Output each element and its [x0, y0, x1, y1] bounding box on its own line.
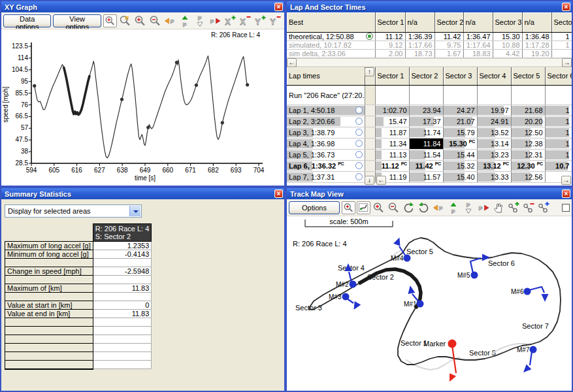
- best-time-cell[interactable]: 2.00: [375, 49, 405, 57]
- scrollbar-track[interactable]: [297, 58, 562, 67]
- best-time-cell[interactable]: 18.73: [405, 49, 434, 57]
- lap-radio[interactable]: [355, 173, 363, 180]
- sector-time-cell[interactable]: 11.54: [409, 150, 443, 161]
- zoom-in-icon[interactable]: [133, 14, 147, 27]
- sector-time-cell[interactable]: 13.33: [477, 172, 511, 183]
- summary-titlebar[interactable]: Summary Statistics ×: [1, 188, 284, 199]
- marker-dot[interactable]: [417, 301, 424, 308]
- lap-radio[interactable]: [355, 151, 363, 158]
- track-map-area[interactable]: scale: 500mR: 206 Race L: 4Sector 5Secto…: [287, 216, 572, 391]
- best-time-cell[interactable]: 15.30: [493, 32, 522, 41]
- lap-row-label[interactable]: Lap 2, 3:20.66: [287, 116, 365, 127]
- lap-radio[interactable]: [355, 129, 363, 136]
- scroll-down-icon[interactable]: ↓: [365, 176, 374, 185]
- zoom-window-icon[interactable]: [103, 14, 117, 27]
- best-time-cell[interactable]: 1.67: [434, 49, 463, 57]
- scroll-left-icon[interactable]: ←: [287, 58, 297, 67]
- sector-time-cell[interactable]: 19.97: [477, 105, 511, 116]
- marker-dot[interactable]: [404, 255, 411, 262]
- sector-time-cell[interactable]: 20.20: [511, 116, 545, 127]
- best-time-cell[interactable]: 10.88: [493, 41, 522, 49]
- sector-time-cell[interactable]: 1: [545, 139, 572, 150]
- marker-dot[interactable]: [524, 288, 531, 295]
- sector-time-cell[interactable]: 21.07: [443, 116, 477, 127]
- sector-time-cell[interactable]: 21.68: [511, 105, 545, 116]
- close-icon[interactable]: ×: [562, 189, 570, 198]
- fit-track-icon[interactable]: [357, 201, 370, 214]
- scroll-right-icon[interactable]: →: [562, 58, 572, 67]
- lap-radio[interactable]: [355, 118, 363, 125]
- lap-row-label[interactable]: Lap 5, 1:36.73: [287, 150, 365, 161]
- node-insert-icon[interactable]: [537, 201, 551, 214]
- best-table-hscrollbar[interactable]: ← →: [287, 58, 572, 67]
- best-row-label[interactable]: simulated, 10:17.82: [287, 41, 375, 49]
- sector-time-cell[interactable]: 13.23: [477, 150, 511, 161]
- sector-time-cell[interactable]: 10.7: [545, 161, 572, 172]
- lap-radio[interactable]: [355, 106, 363, 114]
- scroll-up-icon[interactable]: ↑: [365, 67, 374, 76]
- marker-next-icon[interactable]: P: [208, 14, 222, 27]
- sector-time-cell[interactable]: 15.47: [375, 116, 409, 127]
- best-row-label[interactable]: theoretical, 12:50.88: [287, 32, 375, 41]
- marker-prev-icon[interactable]: P: [163, 14, 177, 27]
- close-icon[interactable]: ×: [274, 3, 283, 11]
- sector-time-cell[interactable]: 15.30 PC: [443, 139, 477, 150]
- marker-dot[interactable]: [350, 281, 357, 288]
- best-time-cell[interactable]: 11.42: [434, 32, 463, 41]
- marker-first-icon[interactable]: P: [447, 201, 461, 214]
- sector-time-cell[interactable]: 12.38: [511, 139, 545, 150]
- best-time-cell[interactable]: 4.42: [493, 49, 522, 57]
- zoom-out-icon[interactable]: [148, 14, 162, 27]
- sector-time-cell[interactable]: 11.12 PC: [375, 161, 409, 172]
- close-icon[interactable]: ×: [562, 3, 570, 11]
- lap-radio[interactable]: [355, 162, 363, 169]
- marker-dot[interactable]: [448, 340, 457, 348]
- y-plus-icon[interactable]: Y: [254, 14, 267, 27]
- marker-dot[interactable]: [471, 272, 478, 279]
- best-time-cell[interactable]: 1:36.48: [522, 32, 551, 41]
- xy-graph-titlebar[interactable]: XY Graph ×: [1, 1, 284, 12]
- best-time-cell[interactable]: 9.12: [375, 41, 405, 49]
- sector-time-cell[interactable]: 12.50: [511, 127, 545, 139]
- lap-sector-titlebar[interactable]: Lap And Sector Times ×: [287, 1, 572, 12]
- sector-time-cell[interactable]: 13.52: [477, 127, 511, 139]
- sector-time-cell[interactable]: 1: [545, 127, 572, 139]
- best-time-cell[interactable]: 1:17.28: [522, 41, 551, 49]
- run-label[interactable]: Run "206 Race" (27:20.72): [287, 86, 365, 105]
- options-button[interactable]: Options: [289, 201, 340, 214]
- rotate-ccw-icon[interactable]: [417, 201, 431, 214]
- best-time-cell[interactable]: 11.12: [375, 32, 405, 41]
- lap-row-label[interactable]: Lap 1, 4:50.18: [287, 105, 365, 116]
- display-mode-dropdown[interactable]: Display for selected areas: [5, 204, 142, 218]
- best-time-cell[interactable]: 1:36.47: [463, 32, 493, 41]
- sector-time-cell[interactable]: 11.13: [375, 150, 409, 161]
- lap-row-label[interactable]: Lap 6, 1:36.32 PC: [287, 161, 365, 172]
- chevron-down-icon[interactable]: [129, 206, 140, 216]
- sector-time-cell[interactable]: 13.12 PC: [477, 161, 511, 172]
- best-time-cell[interactable]: 1: [551, 41, 572, 49]
- sector-time-cell[interactable]: 11.74: [409, 127, 443, 139]
- close-icon[interactable]: ×: [274, 189, 283, 198]
- x-minus-icon[interactable]: X: [238, 14, 252, 27]
- best-time-cell[interactable]: [551, 49, 572, 57]
- marker-next-icon[interactable]: P: [477, 201, 491, 214]
- radio-selected-icon[interactable]: [366, 33, 373, 40]
- sector-time-cell[interactable]: 11.87: [375, 127, 409, 139]
- xy-plot-area[interactable]: 28.53847.55766.57685.595104.5114123.5594…: [1, 29, 284, 186]
- best-time-cell[interactable]: 1:17.66: [405, 41, 434, 49]
- best-time-cell[interactable]: 1:17.64: [463, 41, 493, 49]
- sector-time-cell[interactable]: 13.14: [477, 139, 511, 150]
- node-add-icon[interactable]: [507, 201, 521, 214]
- x-plus-icon[interactable]: X: [223, 14, 237, 27]
- sector-time-cell[interactable]: 1:02.70: [375, 105, 409, 116]
- best-time-cell[interactable]: 1: [551, 32, 572, 41]
- sector-time-cell[interactable]: 1: [545, 105, 572, 116]
- marker-last-icon[interactable]: P: [462, 201, 476, 214]
- sector-time-cell[interactable]: 23.94: [409, 105, 443, 116]
- marker-dot[interactable]: [342, 293, 350, 301]
- lap-row-label[interactable]: Lap 3, 1:38.79: [287, 127, 365, 139]
- zoom-window-icon[interactable]: [342, 201, 355, 214]
- map-checkbox[interactable]: [562, 204, 570, 212]
- sector-time-cell[interactable]: 12.31: [511, 150, 545, 161]
- best-time-cell[interactable]: 19.20: [522, 49, 551, 57]
